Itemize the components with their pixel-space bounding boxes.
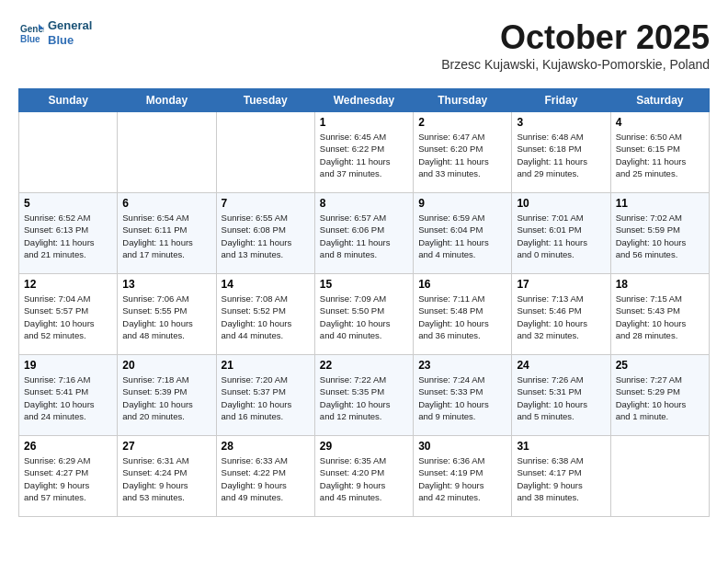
day-number: 21 [222,359,310,372]
day-info: Sunrise: 7:26 AM Sunset: 5:31 PM Dayligh… [517,373,605,422]
day-header-monday: Monday [118,89,216,112]
calendar-cell: 15Sunrise: 7:09 AM Sunset: 5:50 PM Dayli… [314,274,413,355]
day-info: Sunrise: 6:59 AM Sunset: 6:04 PM Dayligh… [418,212,506,260]
logo: General Blue General Blue [18,18,92,47]
subtitle: Brzesc Kujawski, Kujawsko-Pomorskie, Pol… [441,57,710,72]
day-info: Sunrise: 6:45 AM Sunset: 6:22 PM Dayligh… [320,131,408,179]
month-title: October 2025 [441,18,710,57]
day-number: 30 [418,440,506,453]
logo-line1: General [48,18,92,33]
day-info: Sunrise: 7:24 AM Sunset: 5:33 PM Dayligh… [418,373,506,422]
calendar-cell: 4Sunrise: 6:50 AM Sunset: 6:15 PM Daylig… [610,112,709,193]
day-info: Sunrise: 7:08 AM Sunset: 5:52 PM Dayligh… [222,293,310,341]
logo-line2: Blue [48,33,92,48]
logo-icon: General Blue [18,20,44,46]
calendar-cell: 16Sunrise: 7:11 AM Sunset: 5:48 PM Dayli… [414,274,512,355]
week-row-1: 1Sunrise: 6:45 AM Sunset: 6:22 PM Daylig… [19,112,710,193]
day-info: Sunrise: 6:33 AM Sunset: 4:22 PM Dayligh… [222,454,310,503]
title-section: October 2025 Brzesc Kujawski, Kujawsko-P… [441,18,710,79]
day-info: Sunrise: 7:13 AM Sunset: 5:46 PM Dayligh… [517,293,605,341]
day-number: 2 [418,116,506,129]
day-number: 12 [24,278,112,291]
day-number: 15 [320,278,408,291]
calendar-cell: 31Sunrise: 6:38 AM Sunset: 4:17 PM Dayli… [512,436,610,517]
calendar-cell: 3Sunrise: 6:48 AM Sunset: 6:18 PM Daylig… [512,112,610,193]
day-info: Sunrise: 7:09 AM Sunset: 5:50 PM Dayligh… [320,293,408,341]
day-number: 1 [320,116,408,129]
day-info: Sunrise: 6:54 AM Sunset: 6:11 PM Dayligh… [122,212,210,260]
day-number: 25 [616,359,704,372]
day-number: 20 [122,359,210,372]
day-info: Sunrise: 6:31 AM Sunset: 4:24 PM Dayligh… [122,454,210,503]
day-info: Sunrise: 6:55 AM Sunset: 6:08 PM Dayligh… [222,212,310,260]
calendar-cell: 30Sunrise: 6:36 AM Sunset: 4:19 PM Dayli… [414,436,512,517]
svg-text:Blue: Blue [20,34,40,44]
day-number: 9 [418,197,506,210]
calendar-cell: 14Sunrise: 7:08 AM Sunset: 5:52 PM Dayli… [216,274,314,355]
day-number: 7 [222,197,310,210]
day-number: 31 [517,440,605,453]
calendar-cell: 26Sunrise: 6:29 AM Sunset: 4:27 PM Dayli… [19,436,118,517]
day-number: 11 [616,197,704,210]
week-row-3: 12Sunrise: 7:04 AM Sunset: 5:57 PM Dayli… [19,274,710,355]
day-number: 13 [122,278,210,291]
day-info: Sunrise: 7:15 AM Sunset: 5:43 PM Dayligh… [616,293,704,341]
calendar-cell [610,436,709,517]
page-container: General Blue General Blue October 2025 B… [18,18,710,517]
week-row-2: 5Sunrise: 6:52 AM Sunset: 6:13 PM Daylig… [19,193,710,274]
calendar-cell: 29Sunrise: 6:35 AM Sunset: 4:20 PM Dayli… [314,436,413,517]
calendar-cell: 9Sunrise: 6:59 AM Sunset: 6:04 PM Daylig… [414,193,512,274]
day-info: Sunrise: 7:01 AM Sunset: 6:01 PM Dayligh… [517,212,605,260]
calendar-cell: 21Sunrise: 7:20 AM Sunset: 5:37 PM Dayli… [216,355,314,436]
calendar-cell: 5Sunrise: 6:52 AM Sunset: 6:13 PM Daylig… [19,193,118,274]
calendar-table: SundayMondayTuesdayWednesdayThursdayFrid… [18,88,710,517]
day-info: Sunrise: 6:47 AM Sunset: 6:20 PM Dayligh… [418,131,506,179]
day-number: 5 [24,197,112,210]
day-number: 27 [122,440,210,453]
calendar-cell [19,112,118,193]
day-number: 4 [616,116,704,129]
day-number: 6 [122,197,210,210]
calendar-cell: 28Sunrise: 6:33 AM Sunset: 4:22 PM Dayli… [216,436,314,517]
calendar-cell: 10Sunrise: 7:01 AM Sunset: 6:01 PM Dayli… [512,193,610,274]
calendar-cell: 19Sunrise: 7:16 AM Sunset: 5:41 PM Dayli… [19,355,118,436]
calendar-cell: 1Sunrise: 6:45 AM Sunset: 6:22 PM Daylig… [314,112,413,193]
day-info: Sunrise: 7:27 AM Sunset: 5:29 PM Dayligh… [616,373,704,422]
calendar-cell: 13Sunrise: 7:06 AM Sunset: 5:55 PM Dayli… [118,274,216,355]
day-number: 23 [418,359,506,372]
day-info: Sunrise: 7:16 AM Sunset: 5:41 PM Dayligh… [24,373,112,422]
calendar-cell: 24Sunrise: 7:26 AM Sunset: 5:31 PM Dayli… [512,355,610,436]
header-row: SundayMondayTuesdayWednesdayThursdayFrid… [19,89,710,112]
calendar-cell [118,112,216,193]
day-number: 19 [24,359,112,372]
day-info: Sunrise: 7:02 AM Sunset: 5:59 PM Dayligh… [616,212,704,260]
calendar-cell [216,112,314,193]
day-number: 3 [517,116,605,129]
calendar-cell: 7Sunrise: 6:55 AM Sunset: 6:08 PM Daylig… [216,193,314,274]
calendar-cell: 8Sunrise: 6:57 AM Sunset: 6:06 PM Daylig… [314,193,413,274]
day-header-sunday: Sunday [19,89,118,112]
day-info: Sunrise: 7:20 AM Sunset: 5:37 PM Dayligh… [222,373,310,422]
day-number: 24 [517,359,605,372]
day-info: Sunrise: 6:52 AM Sunset: 6:13 PM Dayligh… [24,212,112,260]
day-header-thursday: Thursday [414,89,512,112]
day-number: 14 [222,278,310,291]
calendar-cell: 2Sunrise: 6:47 AM Sunset: 6:20 PM Daylig… [414,112,512,193]
day-info: Sunrise: 6:36 AM Sunset: 4:19 PM Dayligh… [418,454,506,503]
day-number: 8 [320,197,408,210]
calendar-cell: 6Sunrise: 6:54 AM Sunset: 6:11 PM Daylig… [118,193,216,274]
day-info: Sunrise: 7:06 AM Sunset: 5:55 PM Dayligh… [122,293,210,341]
day-number: 10 [517,197,605,210]
day-number: 29 [320,440,408,453]
day-info: Sunrise: 6:57 AM Sunset: 6:06 PM Dayligh… [320,212,408,260]
calendar-cell: 27Sunrise: 6:31 AM Sunset: 4:24 PM Dayli… [118,436,216,517]
day-info: Sunrise: 6:38 AM Sunset: 4:17 PM Dayligh… [517,454,605,503]
day-number: 28 [222,440,310,453]
day-number: 26 [24,440,112,453]
day-info: Sunrise: 7:18 AM Sunset: 5:39 PM Dayligh… [122,373,210,422]
calendar-cell: 18Sunrise: 7:15 AM Sunset: 5:43 PM Dayli… [610,274,709,355]
week-row-5: 26Sunrise: 6:29 AM Sunset: 4:27 PM Dayli… [19,436,710,517]
calendar-cell: 23Sunrise: 7:24 AM Sunset: 5:33 PM Dayli… [414,355,512,436]
day-header-tuesday: Tuesday [216,89,314,112]
calendar-cell: 22Sunrise: 7:22 AM Sunset: 5:35 PM Dayli… [314,355,413,436]
